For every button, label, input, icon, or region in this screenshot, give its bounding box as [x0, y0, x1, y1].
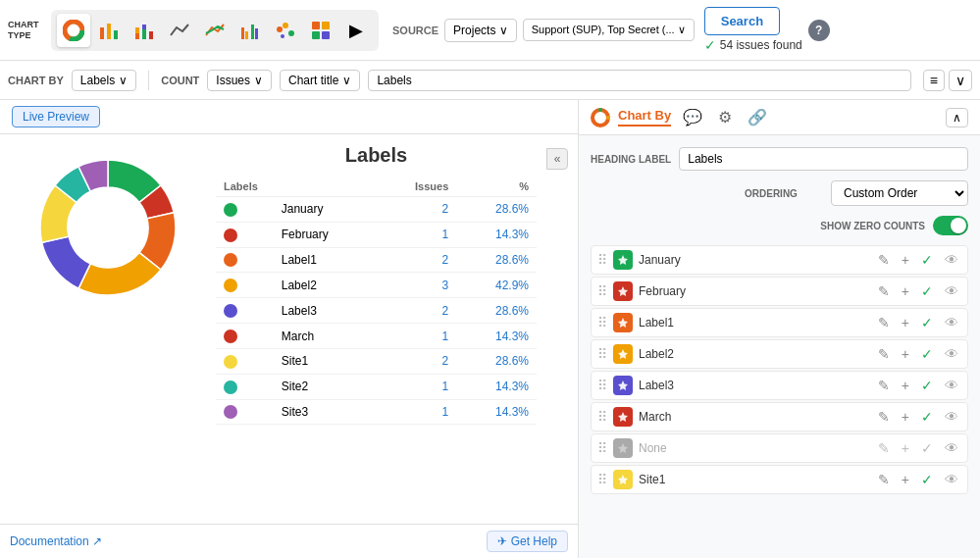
svg-point-16 — [288, 30, 294, 36]
ordering-row: ORDERING Custom Order Ascending Descendi… — [591, 180, 968, 206]
label-add-btn[interactable]: + — [899, 345, 912, 363]
label-check-btn[interactable]: ✓ — [918, 251, 936, 269]
label-add-btn[interactable]: + — [899, 377, 912, 394]
chart-icon-grid[interactable] — [304, 14, 337, 47]
label-color-badge — [613, 438, 633, 458]
label-add-btn[interactable]: + — [899, 282, 912, 300]
table-row: Label2 3 42.9% — [216, 273, 537, 298]
chart-icon-grouped[interactable] — [233, 14, 267, 47]
drag-handle[interactable]: ⠿ — [597, 440, 607, 456]
get-help-button[interactable]: ✈ Get Help — [487, 531, 568, 552]
table-row: Label3 2 28.6% — [216, 298, 537, 324]
table-row: January 2 28.6% — [216, 197, 537, 223]
label-check-btn[interactable]: ✓ — [918, 471, 936, 488]
label-eye-btn[interactable]: 👁 — [942, 408, 961, 426]
label-name: March — [639, 410, 869, 424]
link-icon-btn[interactable]: 🔗 — [744, 106, 771, 128]
label-color-badge — [613, 376, 633, 395]
label-color-badge — [613, 313, 633, 332]
label-eye-btn[interactable]: 👁 — [942, 314, 961, 331]
label-edit-btn[interactable]: ✎ — [875, 345, 893, 363]
label-check-btn[interactable]: ✓ — [918, 314, 936, 331]
svg-rect-21 — [322, 31, 330, 39]
drag-handle[interactable]: ⠿ — [597, 283, 607, 299]
label-check-btn[interactable]: ✓ — [918, 282, 936, 300]
label-check-btn[interactable]: ✓ — [918, 408, 936, 426]
search-button[interactable]: Search — [704, 7, 780, 35]
live-preview-button[interactable]: Live Preview — [12, 106, 100, 127]
drag-handle[interactable]: ⠿ — [597, 378, 607, 393]
label-edit-btn[interactable]: ✎ — [875, 251, 893, 269]
label-eye-btn[interactable]: 👁 — [942, 345, 961, 363]
svg-rect-6 — [135, 27, 139, 33]
drag-handle[interactable]: ⠿ — [597, 346, 607, 362]
chart-by-label: CHART BY — [8, 75, 64, 86]
chart-title-select[interactable]: Chart title ∨ — [280, 70, 360, 91]
right-panel-header: Chart By 💬 ⚙ 🔗 ∧ — [579, 100, 980, 135]
label-eye-btn[interactable]: 👁 — [942, 439, 961, 457]
chart-icon-bar[interactable] — [92, 14, 126, 47]
table-row: Site2 1 14.3% — [216, 374, 537, 399]
issues-dropdown[interactable]: Issues ∨ — [207, 70, 272, 91]
labels-list: ⠿ January ✎ + ✓ 👁 ⠿ February ✎ + ✓ 👁 ⠿ L… — [591, 245, 968, 494]
donut-chart — [10, 144, 206, 311]
label-edit-btn[interactable]: ✎ — [875, 471, 893, 488]
label-name: Label2 — [639, 347, 869, 361]
collapse-right-button[interactable]: ∧ — [946, 108, 968, 127]
label-eye-btn[interactable]: 👁 — [942, 282, 961, 300]
label-eye-btn[interactable]: 👁 — [942, 471, 961, 488]
chart-by-select[interactable]: Labels ∨ — [72, 70, 136, 91]
label-row: ⠿ February ✎ + ✓ 👁 — [591, 277, 968, 306]
svg-point-14 — [277, 26, 283, 32]
label-edit-btn[interactable]: ✎ — [875, 377, 893, 394]
support-dropdown[interactable]: Support (SUP), Top Secret (... ∨ — [523, 19, 695, 41]
documentation-link[interactable]: Documentation ↗ — [10, 534, 102, 548]
label-add-btn[interactable]: + — [899, 314, 912, 331]
label-edit-btn[interactable]: ✎ — [875, 408, 893, 426]
label-check-btn[interactable]: ✓ — [918, 377, 936, 394]
ordering-select[interactable]: Custom Order Ascending Descending — [831, 180, 968, 206]
label-eye-btn[interactable]: 👁 — [942, 251, 961, 269]
table-row: March 1 14.3% — [216, 324, 537, 349]
divider — [148, 71, 149, 90]
label-row: ⠿ January ✎ + ✓ 👁 — [591, 245, 968, 275]
svg-rect-18 — [312, 22, 320, 29]
drag-handle[interactable]: ⠿ — [597, 252, 607, 268]
chart-icon-next[interactable]: ▶ — [339, 14, 373, 47]
projects-dropdown[interactable]: Projects ∨ — [444, 19, 517, 42]
check-icon: ✓ — [704, 37, 716, 53]
settings-icon-btn[interactable]: ⚙ — [714, 106, 736, 128]
labels-filter-input[interactable]: Labels — [368, 70, 910, 91]
label-edit-btn[interactable]: ✎ — [875, 314, 893, 331]
help-button[interactable]: ? — [808, 20, 830, 41]
chart-icon-stacked[interactable] — [128, 14, 161, 47]
heading-label-input[interactable] — [679, 147, 968, 171]
svg-point-23 — [606, 116, 610, 120]
label-row: ⠿ Label1 ✎ + ✓ 👁 — [591, 308, 968, 337]
label-add-btn[interactable]: + — [899, 471, 912, 488]
live-preview-tab: Live Preview — [0, 100, 578, 134]
label-add-btn[interactable]: + — [899, 408, 912, 426]
filter-icon-1[interactable]: ≡ — [923, 70, 945, 91]
issues-value: Issues — [216, 74, 250, 87]
chart-content: Labels Labels Issues % January 2 28.6% F… — [0, 134, 578, 524]
label-check-btn[interactable]: ✓ — [918, 345, 936, 363]
drag-handle[interactable]: ⠿ — [597, 315, 607, 330]
chart-icon-line[interactable] — [163, 14, 196, 47]
label-edit-btn[interactable]: ✎ — [875, 282, 893, 300]
filter-icon-2[interactable]: ∨ — [949, 70, 972, 91]
comment-icon-btn[interactable]: 💬 — [679, 106, 706, 128]
label-color-badge — [613, 344, 633, 364]
label-name: Label1 — [639, 316, 869, 330]
drag-handle[interactable]: ⠿ — [597, 472, 607, 487]
chart-icon-multiline[interactable] — [198, 14, 232, 47]
chart-icon-dot[interactable] — [269, 14, 302, 47]
label-eye-btn[interactable]: 👁 — [942, 377, 961, 394]
chart-icon-donut[interactable] — [57, 14, 90, 47]
left-panel: Live Preview Labels Labels Issues % — [0, 100, 579, 558]
show-zero-toggle[interactable] — [933, 216, 968, 235]
drag-handle[interactable]: ⠿ — [597, 409, 607, 425]
label-add-btn[interactable]: + — [899, 251, 912, 269]
collapse-button[interactable]: « — [546, 148, 568, 170]
label-color-badge — [613, 250, 633, 270]
